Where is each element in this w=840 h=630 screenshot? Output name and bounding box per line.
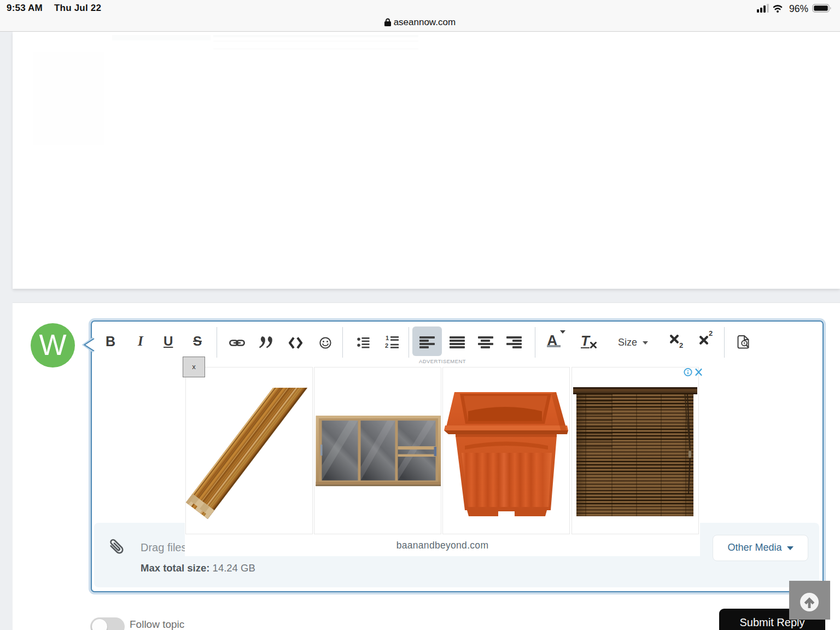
svg-text:96%: 96% — [789, 3, 808, 13]
